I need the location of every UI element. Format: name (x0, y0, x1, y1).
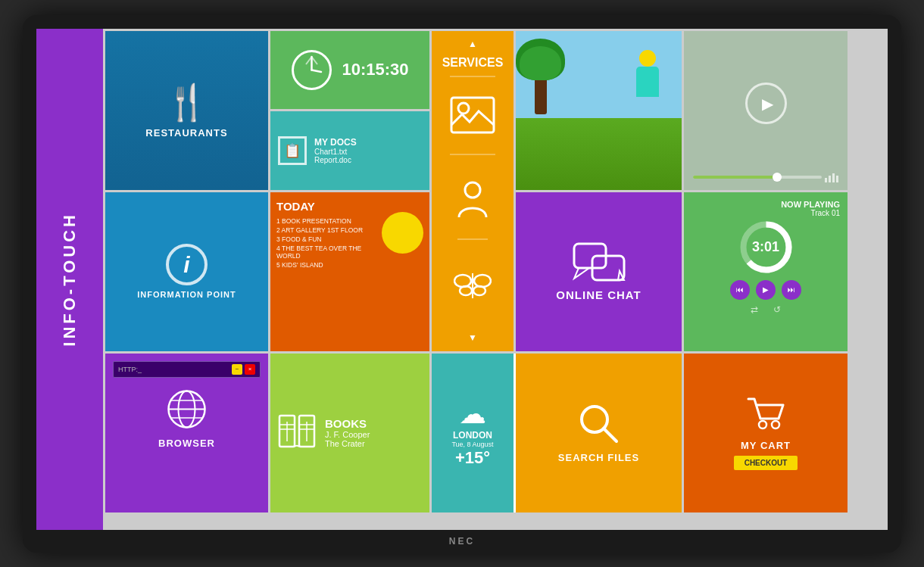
search-label: SEARCH FILES (558, 452, 639, 463)
track-label: Track 01 (691, 209, 840, 217)
services-butterfly-icon (454, 246, 492, 323)
tile-browser[interactable]: HTTP:_ − × BROWSER (105, 354, 268, 512)
chat-label: ONLINE CHAT (556, 288, 641, 301)
today-item-4: 4 THE BEST TEA OVER THE WORLD (276, 245, 377, 260)
book-icon (278, 414, 316, 451)
info-label: INFORMATION POINT (131, 290, 242, 299)
docs-text: MY DOCS Chart1.txt Report.doc (314, 137, 357, 164)
sidebar-label: INFO-TOUCH (60, 212, 80, 347)
today-item-3: 3 FOOD & FUN (276, 235, 377, 243)
svg-point-6 (458, 103, 469, 114)
music-extra-controls: ⇄ ↺ (691, 304, 840, 315)
cart-label: MY CART (741, 440, 791, 451)
prev-button[interactable]: ⏮ (730, 280, 750, 300)
tile-weather-inner[interactable]: ☁ LONDON Tue, 8 August +15° (432, 354, 514, 512)
browser-bar: HTTP:_ − × (113, 361, 261, 378)
nature-scene (516, 31, 682, 190)
tile-cart[interactable]: MY CART CHECKOUT (684, 354, 848, 512)
docs-file1: Chart1.txt (314, 148, 357, 156)
sidebar: INFO-TOUCH (36, 29, 103, 530)
checkout-button[interactable]: CHECKOUT (734, 456, 798, 470)
tile-services[interactable]: ▲ SERVICES (432, 31, 514, 351)
books-info: BOOKS J. F. Cooper The Crater (325, 417, 370, 448)
video-progress (690, 170, 841, 184)
play-button[interactable]: ▶ (756, 280, 776, 300)
svg-rect-5 (451, 98, 494, 132)
today-content: TODAY 1 BOOK PRESENTATION 2 ART GALLERY … (276, 200, 377, 270)
svg-marker-14 (574, 268, 589, 279)
now-playing-label: NOW PLAYING (691, 200, 840, 209)
tile-nature[interactable] (516, 31, 682, 190)
tile-music[interactable]: NOW PLAYING Track 01 3:01 ⏮ ▶ ⏭ (684, 192, 848, 351)
tile-today[interactable]: TODAY 1 BOOK PRESENTATION 2 ART GALLERY … (270, 192, 429, 351)
restaurant-inner: 🍴 RESTAURANTS (145, 82, 227, 139)
chat-icon (573, 242, 626, 284)
books-author: J. F. Cooper (325, 430, 370, 439)
tile-info[interactable]: i INFORMATION POINT (105, 192, 268, 351)
tile-books[interactable]: BOOKS J. F. Cooper The Crater (270, 354, 429, 512)
monitor: INFO-TOUCH 🍴 RESTAURANTS (23, 15, 901, 553)
browser-min-btn[interactable]: − (232, 364, 242, 375)
books-book-title: The Crater (325, 439, 370, 448)
services-label-area: ▲ (468, 31, 477, 53)
svg-line-33 (604, 428, 617, 441)
services-person-icon (457, 161, 488, 240)
music-donut-container: 3:01 (738, 219, 794, 276)
music-time: 3:01 (752, 239, 779, 255)
services-down-arrow: ▼ (468, 326, 477, 351)
svg-point-11 (473, 286, 485, 295)
cart-icon (747, 396, 785, 435)
weather-city: LONDON (453, 430, 492, 441)
docs-title: MY DOCS (314, 137, 357, 148)
weather-date: Tue, 8 August (451, 441, 493, 448)
svg-line-2 (312, 70, 322, 72)
info-icon: i (166, 244, 208, 285)
tile-docs[interactable]: 📋 MY DOCS Chart1.txt Report.doc (270, 111, 429, 190)
docs-icon: 📋 (278, 136, 307, 165)
svg-point-10 (460, 286, 472, 295)
svg-point-7 (465, 182, 480, 198)
services-up-arrow: ▲ (468, 39, 477, 49)
books-title-label: BOOKS (325, 417, 370, 430)
music-controls: ⏮ ▶ ⏭ (691, 280, 840, 300)
screen: INFO-TOUCH 🍴 RESTAURANTS (36, 29, 888, 530)
sun-icon (382, 212, 423, 254)
tile-video[interactable]: ▶ (684, 31, 848, 190)
svg-point-9 (474, 275, 491, 287)
next-button[interactable]: ⏭ (782, 280, 801, 300)
magnify-icon (578, 403, 620, 447)
browser-close-btn[interactable]: × (245, 364, 255, 375)
today-item-5: 5 KIDS' ISLAND (276, 261, 377, 269)
today-item-1: 1 BOOK PRESENTATION (276, 217, 377, 225)
video-area: ▶ (745, 37, 787, 170)
today-title: TODAY (276, 200, 377, 213)
services-title: SERVICES (442, 53, 504, 73)
app-grid: 🍴 RESTAURANTS 10:15:30 (103, 29, 888, 530)
play-circle: ▶ (745, 83, 787, 124)
svg-point-34 (759, 421, 766, 428)
docs-file2: Report.doc (314, 156, 357, 164)
now-playing-header: NOW PLAYING Track 01 (691, 200, 840, 217)
tile-chat[interactable]: ONLINE CHAT (516, 192, 682, 351)
globe-icon (166, 388, 208, 433)
tile-search[interactable]: SEARCH FILES (516, 354, 682, 512)
weather-temp: +15° (455, 448, 490, 468)
cloud-icon: ☁ (459, 398, 486, 430)
browser-label: BROWSER (158, 438, 215, 449)
restaurant-label: RESTAURANTS (145, 127, 227, 139)
services-photo-icon (450, 76, 495, 156)
svg-point-8 (454, 275, 471, 287)
browser-url: HTTP:_ (118, 366, 142, 373)
svg-point-35 (772, 421, 779, 428)
col2-stack: 10:15:30 📋 MY DOCS Chart1.txt Report.doc (270, 31, 429, 190)
tile-restaurant[interactable]: 🍴 RESTAURANTS (105, 31, 268, 190)
fork-knife-icon: 🍴 (165, 82, 208, 123)
today-item-2: 2 ART GALLERY 1ST FLOOR (276, 226, 377, 234)
nec-brand: NEC (449, 536, 475, 547)
tile-clock[interactable]: 10:15:30 (270, 31, 429, 110)
clock-icon (291, 49, 332, 91)
clock-time: 10:15:30 (342, 60, 408, 79)
